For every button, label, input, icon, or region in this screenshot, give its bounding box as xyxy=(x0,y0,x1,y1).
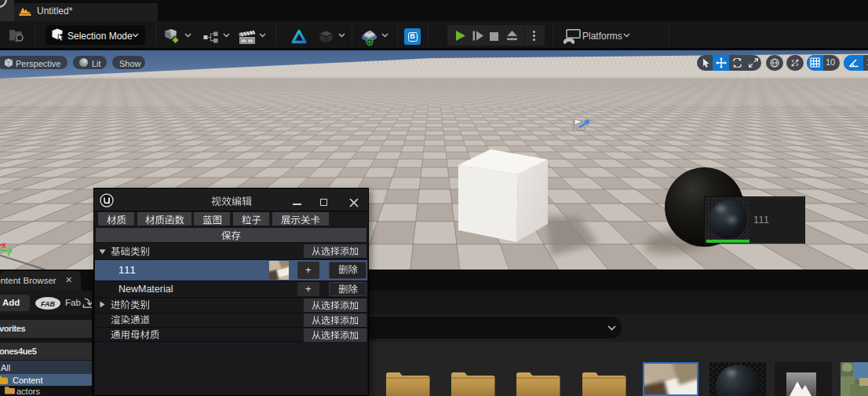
svg-text:FAB: FAB xyxy=(41,300,56,308)
svg-text:Y: Y xyxy=(6,250,11,258)
svg-text:X: X xyxy=(2,242,6,250)
